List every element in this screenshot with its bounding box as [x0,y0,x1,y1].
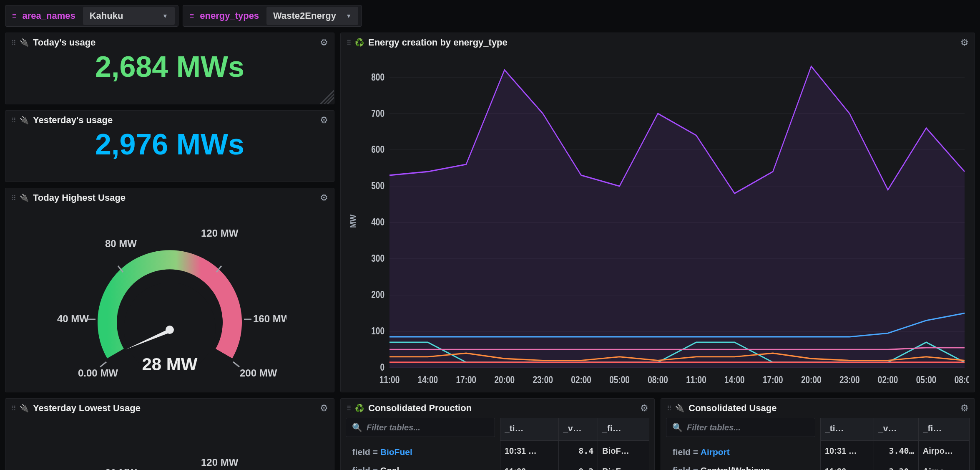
variable-energy-types: ≡ energy_types Waste2Energy ▼ [183,5,362,27]
today-usage-value: 2,684 MWs [5,52,334,88]
recycle-icon: ♻️ [355,38,364,47]
drag-handle-icon[interactable]: ⠿ [11,194,15,202]
field-list-item[interactable]: _field = Airport [668,443,815,461]
panel-yesterday-lowest-usage: ⠿ 🔌 Yesterday Lowest Usage ⚙ 80 MW 120 M… [5,398,334,470]
svg-text:23:00: 23:00 [839,374,860,386]
svg-text:200: 200 [371,289,384,301]
gear-icon[interactable]: ⚙ [320,192,328,203]
gauge-tick: 40 MW [57,313,89,324]
svg-text:700: 700 [371,108,384,119]
gauge-tick: 120 MW [201,457,239,468]
field-list: _field = Airport_field = Central/Wahiawa… [666,443,815,470]
energy-types-value: Waste2Energy [273,10,336,21]
table-row[interactable]: 10:31 …8.4BioF… [500,441,649,461]
filter-tables-box[interactable]: 🔍 [346,418,495,437]
chart-body: MW 0100200300400500600700800 11:0014:001… [341,52,975,392]
lines-icon: ≡ [185,12,194,20]
field-list-item[interactable]: _field = BioFuel [347,443,495,461]
gear-icon[interactable]: ⚙ [640,403,648,414]
drag-handle-icon[interactable]: ⠿ [11,39,15,47]
yesterday-usage-value: 2,976 MWs [5,130,334,166]
svg-text:08:00: 08:00 [648,374,668,386]
drag-handle-icon[interactable]: ⠿ [347,39,351,47]
svg-text:20:00: 20:00 [495,374,515,386]
chevron-down-icon: ▼ [346,13,352,19]
plug-icon: 🔌 [20,38,29,47]
table-panel-body: 🔍 _field = BioFuel_field = Coal_field = … [341,418,654,470]
svg-text:11:00: 11:00 [686,374,706,386]
panel-todays-usage: ⠿ 🔌 Today's usage ⚙ 2,684 MWs [5,33,334,104]
gauge-value: 28 MW [142,354,197,374]
panel-header: ⠿ 🔌 Today Highest Usage ⚙ [5,188,334,207]
field-list: _field = BioFuel_field = Coal_field = Fo… [346,443,495,470]
drag-handle-icon[interactable]: ⠿ [347,404,351,412]
table-col-header[interactable]: _v… [874,418,919,441]
gear-icon[interactable]: ⚙ [960,403,969,414]
svg-text:0: 0 [380,362,384,373]
table-col-header[interactable]: _ti… [821,418,874,441]
line-chart[interactable]: 0100200300400500600700800 11:0014:0017:0… [360,54,969,389]
panel-header: ⠿ 🔌 Today's usage ⚙ [5,33,334,52]
svg-point-8 [166,326,174,334]
plug-icon: 🔌 [20,193,29,202]
table-row[interactable]: 11:30…3.30…Airpo… [821,461,970,470]
svg-text:23:00: 23:00 [533,374,553,386]
panel-title: Energy creation by energy_type [368,37,508,48]
svg-line-6 [233,362,239,367]
table-col-header[interactable]: _fi… [918,418,969,441]
panel-title: Today Highest Usage [33,192,126,203]
table-row[interactable]: 10:31 …3.40…Airpo… [821,441,970,461]
svg-text:14:00: 14:00 [418,374,438,386]
gear-icon[interactable]: ⚙ [960,37,969,48]
table-row[interactable]: 11:00…8.3BioF… [500,461,649,470]
panel-header: ⠿ 🔌 Consolidated Usage ⚙ [661,399,975,418]
table-col-header[interactable]: _ti… [500,418,559,441]
energy-types-select[interactable]: Waste2Energy ▼ [266,7,358,25]
area-names-select[interactable]: Kahuku ▼ [83,7,175,25]
data-table[interactable]: _ti…_v…_fi…10:31 …3.40…Airpo…11:30…3.30…… [820,418,970,470]
panel-header: ⠿ 🔌 Yesterday Lowest Usage ⚙ [5,399,334,418]
table-col-header[interactable]: _fi… [598,418,649,441]
bottom-tables-row: ⠿ ♻️ Consolidated Prouction ⚙ 🔍 _field =… [340,398,975,470]
svg-text:300: 300 [371,253,384,264]
panel-header: ⠿ ♻️ Energy creation by energy_type ⚙ [341,33,975,52]
data-table[interactable]: _ti…_v…_fi…10:31 …8.4BioF…11:00…8.3BioF…… [500,418,649,470]
svg-text:500: 500 [371,180,384,192]
field-list-item[interactable]: _field = Central/Wahiawa [668,461,815,470]
svg-text:20:00: 20:00 [801,374,822,386]
filter-tables-input[interactable] [687,423,809,432]
svg-text:02:00: 02:00 [571,374,591,386]
recycle-icon: ♻️ [355,404,364,413]
gauge-tick: 0.00 MW [78,367,118,379]
gauge-tick: 80 MW [105,238,137,249]
resize-handle[interactable] [320,90,334,104]
svg-text:05:00: 05:00 [916,374,937,386]
panel-title: Consolidated Prouction [368,403,472,414]
drag-handle-icon[interactable]: ⠿ [667,404,671,412]
panel-title: Yesterday's usage [33,115,113,126]
svg-line-1 [100,362,106,367]
panel-title: Yesterday Lowest Usage [33,403,141,414]
gauge-tick: 80 MW [105,467,137,470]
gear-icon[interactable]: ⚙ [320,115,328,126]
svg-text:100: 100 [371,326,384,337]
drag-handle-icon[interactable]: ⠿ [11,404,15,412]
drag-handle-icon[interactable]: ⠿ [11,116,15,124]
svg-text:08:00: 08:00 [955,374,969,386]
gear-icon[interactable]: ⚙ [320,37,328,48]
area-names-value: Kahuku [90,10,123,21]
filter-tables-input[interactable] [367,423,489,432]
gauge: 0.00 MW 40 MW 80 MW 120 MW 160 MW 200 MW… [5,207,334,392]
panel-title: Consolidated Usage [689,403,776,414]
gear-icon[interactable]: ⚙ [320,403,328,414]
table-col-header[interactable]: _v… [559,418,598,441]
svg-text:400: 400 [371,217,384,228]
filter-tables-box[interactable]: 🔍 [666,418,815,437]
field-list-item[interactable]: _field = Coal [347,461,495,470]
svg-text:17:00: 17:00 [456,374,477,386]
variable-area-names: ≡ area_names Kahuku ▼ [5,5,178,27]
dashboard-grid: ⠿ 🔌 Today's usage ⚙ 2,684 MWs ⠿ 🔌 Yester… [5,33,975,463]
variable-label: area_names [17,10,81,21]
svg-text:14:00: 14:00 [724,374,745,386]
variable-bar: ≡ area_names Kahuku ▼ ≡ energy_types Was… [5,5,975,27]
